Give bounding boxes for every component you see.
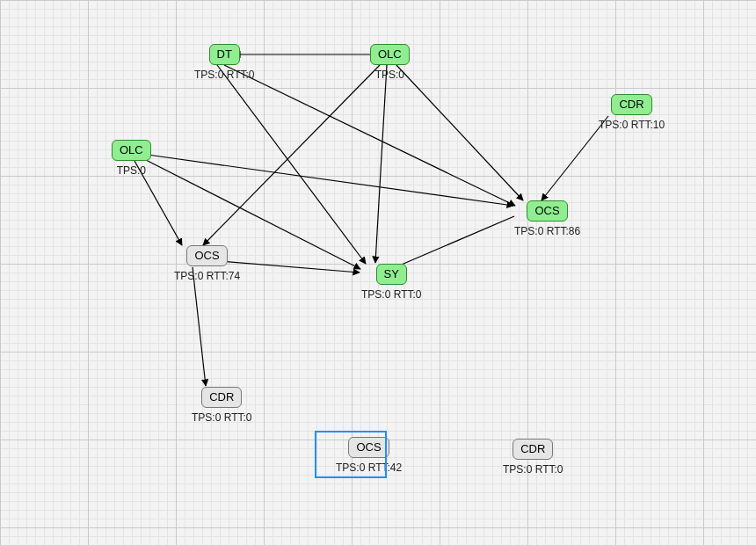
node-olc-top-label: OLC (370, 44, 410, 65)
node-olc-left-label: OLC (112, 140, 151, 161)
node-dt-metrics: TPS:0 RTT:0 (194, 69, 254, 81)
node-ocs-bottom[interactable]: OCS TPS:0 RTT:42 (336, 437, 402, 474)
node-ocs-right-metrics: TPS:0 RTT:86 (514, 225, 580, 237)
node-ocs-left-label: OCS (186, 245, 227, 266)
svg-line-5 (217, 65, 366, 264)
node-cdr-top-label: CDR (611, 94, 651, 115)
node-olc-left-metrics: TPS:0 (112, 164, 151, 177)
node-ocs-bottom-metrics: TPS:0 RTT:42 (336, 461, 402, 474)
node-ocs-left-metrics: TPS:0 RTT:74 (174, 270, 240, 282)
node-sy[interactable]: SY TPS:0 RTT:0 (361, 264, 421, 301)
node-sy-metrics: TPS:0 RTT:0 (361, 288, 421, 301)
node-cdr-mid[interactable]: CDR TPS:0 RTT:0 (192, 387, 251, 424)
node-dt-label: DT (209, 44, 240, 65)
svg-line-3 (396, 65, 523, 200)
node-cdr-top[interactable]: CDR TPS:0 RTT:10 (599, 94, 665, 131)
svg-line-10 (391, 216, 514, 269)
svg-line-4 (224, 65, 515, 206)
svg-line-8 (148, 155, 513, 206)
node-ocs-left[interactable]: OCS TPS:0 RTT:74 (174, 245, 240, 282)
node-dt[interactable]: DT TPS:0 RTT:0 (194, 44, 254, 81)
node-cdr-bottom[interactable]: CDR TPS:0 RTT:0 (503, 439, 563, 476)
node-olc-left[interactable]: OLC TPS:0 (112, 140, 151, 177)
node-ocs-bottom-label: OCS (348, 437, 389, 458)
svg-line-2 (375, 65, 387, 263)
node-cdr-bottom-metrics: TPS:0 RTT:0 (503, 463, 563, 476)
node-cdr-mid-label: CDR (201, 387, 242, 408)
node-olc-top-metrics: TPS:0 (370, 69, 410, 81)
node-ocs-right-label: OCS (527, 200, 567, 222)
node-cdr-mid-metrics: TPS:0 RTT:0 (192, 411, 251, 424)
node-cdr-bottom-label: CDR (512, 439, 553, 460)
diagram-canvas[interactable]: DT TPS:0 RTT:0 OLC TPS:0 CDR TPS:0 RTT:1… (0, 0, 756, 545)
svg-line-12 (193, 267, 206, 386)
node-olc-top[interactable]: OLC TPS:0 (370, 44, 410, 81)
node-ocs-right[interactable]: OCS TPS:0 RTT:86 (514, 200, 580, 237)
svg-line-1 (203, 65, 380, 245)
node-cdr-top-metrics: TPS:0 RTT:10 (599, 119, 665, 131)
node-sy-label: SY (376, 264, 407, 285)
